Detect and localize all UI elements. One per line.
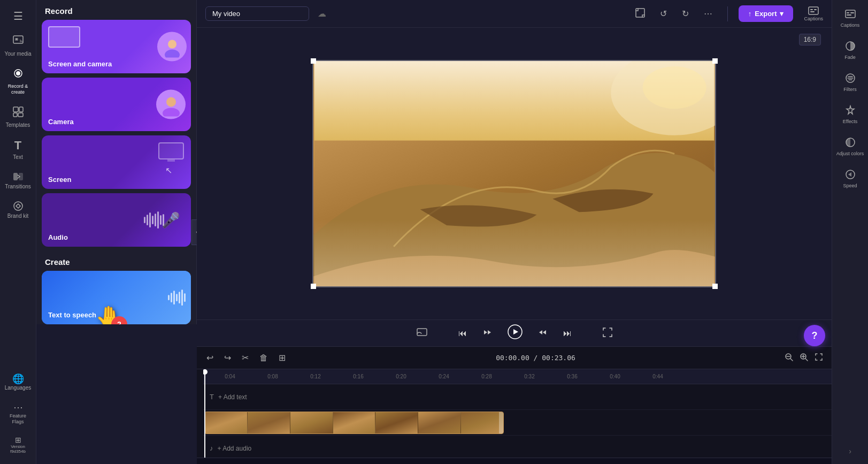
skip-forward-button[interactable]: ⏭ — [560, 325, 575, 341]
right-tool-fade[interactable]: Fade — [834, 36, 866, 64]
menu-icon: ☰ — [13, 10, 23, 22]
screen-cast-button[interactable] — [413, 325, 431, 342]
camera-label: Camera — [48, 118, 74, 126]
right-tool-speed[interactable]: Speed — [834, 165, 866, 193]
cursor-decoration: ↖ — [165, 165, 172, 176]
sidebar-item-label: Brand kit — [7, 213, 28, 219]
sidebar-item-transitions[interactable]: Transitions — [2, 166, 34, 194]
sidebar-item-label: Text — [13, 154, 22, 160]
screen-camera-label: Screen and camera — [48, 60, 112, 68]
ruler-mark-032: 0:32 — [524, 374, 534, 379]
divider — [727, 6, 728, 21]
duplicate-button[interactable]: ⊞ — [275, 351, 289, 365]
delete-button[interactable]: 🗑 — [256, 351, 271, 365]
export-chevron: ▾ — [780, 10, 783, 18]
add-audio-button[interactable]: + Add audio — [218, 445, 252, 452]
sidebar-item-feature-flags[interactable]: ⋯ FeatureFlags — [2, 397, 34, 429]
add-text-button[interactable]: + Add text — [218, 393, 247, 401]
export-icon: ↑ — [748, 10, 752, 18]
clip-thumbnails — [205, 412, 503, 433]
screen-camera-card[interactable]: Screen and camera — [42, 20, 191, 73]
svg-rect-21 — [814, 9, 817, 10]
text-icon: T — [210, 393, 214, 401]
effects-icon — [845, 105, 856, 117]
captions-button-wrapper[interactable]: Captions — [804, 6, 823, 21]
playback-bar: ⏮ ⏭ — [197, 320, 832, 346]
tts-card[interactable]: 🤚 2 Text to speech — [42, 271, 191, 324]
export-button[interactable]: ↑ Export ▾ — [739, 5, 794, 22]
cut-button[interactable]: ✂ — [239, 351, 252, 365]
sidebar-item-brand-kit[interactable]: Brand kit — [2, 196, 34, 223]
svg-point-12 — [168, 40, 176, 48]
right-tool-label: Speed — [843, 183, 857, 188]
corner-handle-br[interactable] — [712, 284, 718, 289]
right-panel: Captions Fade Filters Effects Adjust col… — [832, 0, 868, 464]
languages-icon: 🌐 — [12, 373, 24, 385]
sidebar-item-your-media[interactable]: Your media — [2, 31, 34, 61]
right-tool-captions[interactable]: Captions — [834, 5, 866, 32]
audio-track-content: ♪ + Add audio — [203, 444, 258, 452]
svg-rect-9 — [13, 173, 18, 180]
panel-wrapper: Record Screen and camera — [36, 0, 197, 464]
skip-back-button[interactable]: ⏮ — [455, 325, 470, 341]
your-media-icon — [12, 35, 24, 49]
fast-forward-button[interactable] — [534, 324, 551, 343]
svg-point-13 — [165, 49, 180, 57]
corner-handle-tl[interactable] — [311, 58, 316, 64]
play-pause-button[interactable] — [504, 321, 526, 345]
more-options-button[interactable]: ⋯ — [700, 5, 717, 22]
aspect-ratio-badge: 16:9 — [799, 34, 821, 44]
record-header: Record — [36, 0, 196, 20]
text-icon: T — [14, 139, 21, 153]
speed-icon — [845, 169, 856, 181]
right-tool-adjust-colors[interactable]: Adjust colors — [834, 133, 866, 161]
redo-rotate-button[interactable]: ↻ — [678, 5, 693, 22]
monitor-decoration — [158, 142, 185, 165]
waveform-decoration — [144, 211, 164, 229]
right-panel-collapse-button[interactable]: › — [844, 443, 856, 460]
sidebar-item-record-create[interactable]: Record &create — [2, 63, 34, 100]
timeline-scrollbar[interactable] — [197, 458, 832, 464]
sidebar-item-version[interactable]: ⊞ Versionf9d354b — [2, 431, 34, 459]
timeline-time-display: 00:00.00 / 00:23.06 — [293, 354, 778, 362]
ruler-mark-028: 0:28 — [481, 374, 491, 379]
svg-point-4 — [16, 71, 20, 75]
fullscreen-button[interactable] — [600, 324, 616, 343]
rewind-button[interactable] — [479, 324, 496, 343]
text-track-row: T + Add text — [203, 384, 832, 410]
redo-button[interactable]: ↪ — [221, 351, 234, 365]
timeline-tracks: 0:04 0:08 0:12 0:16 0:20 0:24 0:28 0:32 … — [203, 369, 832, 458]
corner-handle-tr[interactable] — [712, 58, 718, 64]
sidebar-item-menu[interactable]: ☰ — [2, 5, 34, 28]
crop-button[interactable] — [631, 5, 649, 23]
video-frame — [313, 61, 715, 286]
right-tool-effects[interactable]: Effects — [834, 101, 866, 128]
timeline-gutter — [197, 369, 203, 458]
video-clip[interactable] — [204, 412, 504, 434]
svg-rect-19 — [809, 7, 818, 14]
clip-thumb-2 — [248, 412, 290, 433]
svg-rect-17 — [167, 159, 175, 162]
screen-card[interactable]: ↖ Screen — [42, 135, 191, 189]
sidebar-item-label: Languages — [5, 385, 32, 391]
svg-point-15 — [163, 108, 180, 116]
undo-rotate-button[interactable]: ↺ — [656, 5, 671, 22]
zoom-in-button[interactable] — [797, 351, 810, 365]
fit-timeline-button[interactable] — [812, 351, 825, 365]
help-button[interactable]: ? — [804, 325, 825, 346]
right-tool-filters[interactable]: Filters — [834, 69, 866, 96]
sidebar-item-text[interactable]: T Text — [2, 134, 34, 164]
sidebar-item-languages[interactable]: 🌐 Languages — [2, 369, 34, 395]
clip-thumb-3 — [290, 412, 333, 433]
video-title-input[interactable] — [205, 6, 309, 21]
corner-handle-bl[interactable] — [311, 284, 316, 289]
audio-card[interactable]: 🎤 Audio — [42, 193, 191, 247]
tts-waveform — [168, 290, 186, 306]
camera-card[interactable]: Camera 🤚 1 — [42, 78, 191, 131]
zoom-out-button[interactable] — [782, 351, 795, 365]
person-avatar-1 — [157, 32, 187, 62]
sidebar-item-templates[interactable]: Templates — [2, 102, 34, 132]
undo-button[interactable]: ↩ — [203, 351, 217, 365]
video-canvas[interactable] — [312, 60, 716, 287]
clip-end-handle[interactable] — [499, 412, 503, 433]
